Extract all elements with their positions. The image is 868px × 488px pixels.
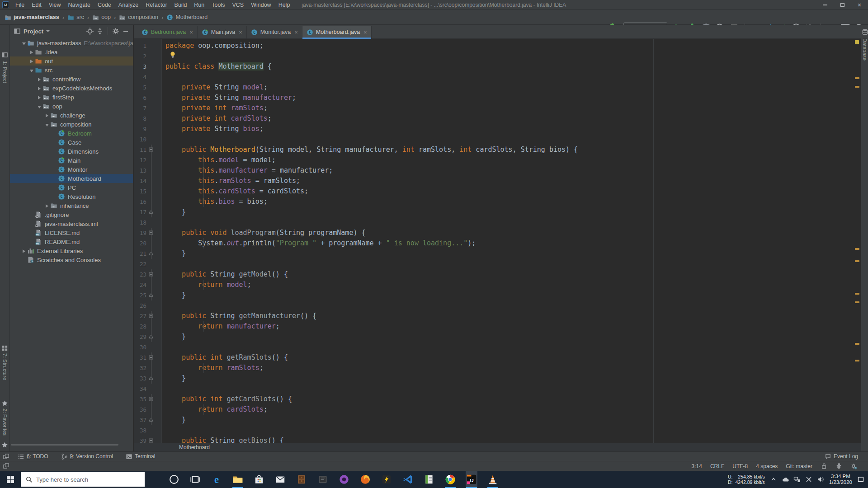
code-line[interactable]: 29 } xyxy=(134,332,861,342)
error-stripe-mark[interactable] xyxy=(855,343,859,345)
editor-tab-monitor.java[interactable]: C Monitor.java × xyxy=(247,26,302,38)
close-tab-icon[interactable]: × xyxy=(363,29,367,36)
taskbar-store-icon[interactable] xyxy=(253,471,265,488)
structure-tool-icon[interactable] xyxy=(1,345,8,352)
tree-expander-icon[interactable] xyxy=(44,112,50,119)
code-line[interactable]: 21 } xyxy=(134,249,861,259)
code-line[interactable]: 37 } xyxy=(134,415,861,425)
fold-open-icon[interactable] xyxy=(149,269,153,280)
code-line[interactable]: 13 this.manufacturer = manufacturer; xyxy=(134,165,861,176)
code-line[interactable]: 17 } xyxy=(134,207,861,217)
code-line[interactable]: 33 } xyxy=(134,373,861,384)
code-line[interactable]: 22 xyxy=(134,259,861,269)
taskbar-explorer-icon[interactable] xyxy=(232,471,244,488)
tree-item-main[interactable]: C Main xyxy=(10,156,133,165)
chevron-up-icon[interactable] xyxy=(770,476,777,483)
code-line[interactable]: 7 private int ramSlots; xyxy=(134,103,861,113)
locate-button[interactable] xyxy=(86,28,94,35)
tree-expander-icon[interactable] xyxy=(44,202,50,209)
tree-item-license.md[interactable]: MD LICENSE.md xyxy=(10,228,133,237)
fold-open-icon[interactable] xyxy=(149,145,153,155)
tree-item-dimensions[interactable]: C Dimensions xyxy=(10,147,133,156)
code-line[interactable]: 32 return ramSlots; xyxy=(134,363,861,373)
tool-stripe-project[interactable]: 1: Project xyxy=(2,61,8,83)
editor-tab-main.java[interactable]: C Main.java × xyxy=(198,26,247,38)
tree-expander-icon[interactable] xyxy=(36,85,42,92)
event-log-button[interactable]: Event Log xyxy=(825,453,858,460)
tree-item-java-masterclass.iml[interactable]: java-masterclass.iml xyxy=(10,219,133,228)
error-stripe-mark[interactable] xyxy=(855,360,859,361)
editor-breadcrumb[interactable]: Motherboard xyxy=(134,443,861,451)
database-tool-icon[interactable] xyxy=(862,28,868,35)
taskbar-purple-media-icon[interactable] xyxy=(338,471,350,488)
breadcrumb-item[interactable]: java-masterclass xyxy=(5,14,59,21)
taskbar-clock[interactable]: 3:34 PM 1/23/2020 xyxy=(829,474,852,485)
code-line[interactable]: 19 public void loadProgram(String progra… xyxy=(134,228,861,238)
tree-item-case[interactable]: C Case xyxy=(10,138,133,147)
minimize-button[interactable] xyxy=(816,0,834,10)
code-line[interactable]: 2 xyxy=(134,51,861,61)
code-line[interactable]: 39 public String getBios() { xyxy=(134,436,861,443)
taskbar-firefox-icon[interactable] xyxy=(359,471,371,488)
status-widget[interactable]: Git: master xyxy=(786,463,812,469)
menu-item-analyze[interactable]: Analyze xyxy=(115,2,142,8)
code-line[interactable]: 34 xyxy=(134,384,861,394)
tree-item-.idea[interactable]: .idea xyxy=(10,47,133,56)
code-line[interactable]: 15 this.cardSlots = cardSlots; xyxy=(134,186,861,197)
tree-item-out[interactable]: out xyxy=(10,56,133,66)
tree-expander-icon[interactable] xyxy=(28,67,35,74)
tool-window-button-todo[interactable]: 6: TODO xyxy=(18,453,48,460)
close-button[interactable]: × xyxy=(851,0,868,10)
code-line[interactable]: 24 return model; xyxy=(134,280,861,290)
code-line[interactable]: 1 package oop.composition; xyxy=(134,41,861,51)
fold-open-icon[interactable] xyxy=(149,228,153,238)
fold-close-icon[interactable] xyxy=(149,290,153,300)
code-line[interactable]: 12 this.model = model; xyxy=(134,155,861,165)
code-line[interactable]: 3 public class Motherboard { xyxy=(134,61,861,72)
tree-expander-icon[interactable] xyxy=(21,40,27,47)
code-line[interactable]: 31 public int getRamSlots() { xyxy=(134,352,861,363)
tree-expander-icon[interactable] xyxy=(36,94,42,101)
tool-window-button-terminal[interactable]: Terminal xyxy=(126,453,155,460)
error-stripe-mark[interactable] xyxy=(855,248,859,250)
code-line[interactable]: 10 xyxy=(134,134,861,145)
code-line[interactable]: 25 } xyxy=(134,290,861,300)
code-line[interactable]: 30 xyxy=(134,342,861,352)
code-line[interactable]: 14 this.ramSlots = ramSlots; xyxy=(134,176,861,186)
fold-open-icon[interactable] xyxy=(149,394,153,404)
favorites-tool-icon[interactable] xyxy=(1,400,8,407)
tree-item-firststep[interactable]: firstStep xyxy=(10,93,133,102)
status-widget[interactable]: UTF-8 xyxy=(732,463,748,469)
menu-item-code[interactable]: Code xyxy=(94,2,115,8)
close-tab-icon[interactable]: × xyxy=(189,29,193,36)
error-stripe-mark[interactable] xyxy=(855,86,859,88)
tree-item-resolution[interactable]: C Resolution xyxy=(10,192,133,201)
start-button[interactable] xyxy=(0,471,21,488)
onedrive-cloud-icon[interactable] xyxy=(782,476,789,483)
tree-item-src[interactable]: src xyxy=(10,66,133,75)
menu-item-refactor[interactable]: Refactor xyxy=(142,2,170,8)
tree-expander-icon[interactable] xyxy=(28,58,35,65)
tree-item-motherboard[interactable]: C Motherboard xyxy=(10,174,133,183)
code-line[interactable]: 26 xyxy=(134,300,861,311)
hector-icon[interactable] xyxy=(835,463,842,469)
tree-item-challenge[interactable]: challenge xyxy=(10,111,133,120)
status-widget[interactable]: CRLF xyxy=(710,463,724,469)
fold-open-icon[interactable] xyxy=(149,311,153,321)
editor-tab-bedroom.java[interactable]: C Bedroom.java × xyxy=(137,26,198,38)
breadcrumb-item[interactable]: composition xyxy=(119,14,158,21)
net-speed-widget[interactable]: U:254.85 kbit/s D:4242.89 kbit/s xyxy=(728,474,765,485)
tray-misc-icon[interactable] xyxy=(805,476,812,483)
intention-bulb-icon[interactable] xyxy=(170,51,175,58)
hide-panel-button[interactable] xyxy=(122,28,129,35)
tree-item-composition[interactable]: composition xyxy=(10,120,133,129)
tree-item-oop[interactable]: oop xyxy=(10,102,133,111)
code-line[interactable]: 8 private int cardSlots; xyxy=(134,113,861,124)
code-editor[interactable]: 1 package oop.composition; 2 3 public cl… xyxy=(134,39,861,443)
tree-expander-icon[interactable] xyxy=(28,49,35,56)
quick-access-icon[interactable] xyxy=(3,463,9,469)
breadcrumb-item[interactable]: CMotherboard xyxy=(166,14,208,21)
toolwindow-switcher-icon[interactable] xyxy=(3,453,9,460)
code-line[interactable]: 6 private String manufacturer; xyxy=(134,93,861,103)
bottom-star-icon[interactable] xyxy=(1,441,8,448)
